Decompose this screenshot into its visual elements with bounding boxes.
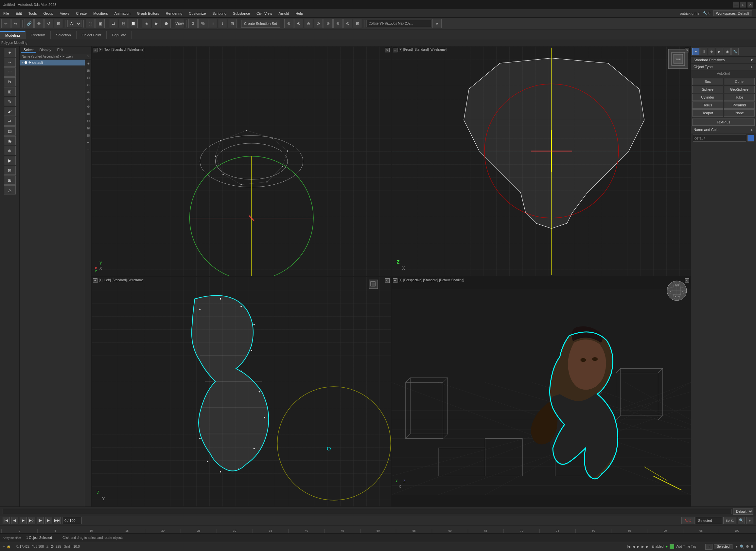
magnet-btn[interactable]: ⊕ [284,19,293,28]
minimize-btn[interactable]: — [733,2,739,8]
constraint-btn[interactable]: ⊗ [294,19,303,28]
left-mirror-btn[interactable]: ⇌ [4,116,16,126]
viewport-top[interactable]: + [+] [Top] [Standard] [Wireframe] ▽ [92,46,391,276]
play-selected-btn[interactable]: ▶▷ [28,517,35,524]
cone-btn[interactable]: Cone [724,78,755,85]
scene-tab-display[interactable]: Display [37,47,54,53]
settings-status-icon[interactable]: ⚙ [746,544,749,549]
scene-side-icon-10[interactable]: ⊠ [85,124,91,132]
cylinder-btn[interactable]: Cylinder [692,94,723,101]
object-type-section-header[interactable]: Object Type ▲ [691,63,756,70]
scene-tab-edit[interactable]: Edit [55,47,66,53]
menu-arnold[interactable]: Arnold [275,9,292,17]
scene-side-icon-7[interactable]: ⊝ [85,103,91,110]
rp-hierarchy-icon[interactable]: ⊕ [708,48,715,55]
expand-btn[interactable]: » [432,19,442,28]
maximize-btn[interactable]: □ [740,2,746,8]
selected-display[interactable]: Selected [696,517,722,524]
menu-edit[interactable]: Edit [12,9,25,17]
left-align-btn[interactable]: ▤ [4,126,16,135]
percent-btn[interactable]: % [198,19,207,28]
prev-key-btn[interactable]: ◀| [11,517,18,524]
align2-btn[interactable]: ⊟ [228,19,237,28]
search-icon-status[interactable]: 🔍 [740,544,745,549]
left-snap-btn[interactable]: ⊕ [4,146,16,155]
scene-side-icon-4[interactable]: ⊙ [85,81,91,88]
scene-item-visibility-icon[interactable]: ● [22,61,23,64]
vp-front-plus[interactable]: + [393,48,397,52]
name-input-field[interactable] [693,134,746,142]
left-scale-btn[interactable]: ⊞ [4,87,16,96]
next-key-btn[interactable]: |▶ [37,517,44,524]
left-paint-btn[interactable]: 🖌 [4,107,16,116]
mirror-btn[interactable]: ⇄ [109,19,118,28]
angle-snap[interactable]: ⊛ [324,19,333,28]
box-btn[interactable]: Box [692,78,723,85]
menu-rendering[interactable]: Rendering [163,9,186,17]
select-btn[interactable]: ⬚ [86,19,95,28]
scene-side-icon-12[interactable]: ⊢ [85,139,91,146]
view-cube-left[interactable] [369,280,378,289]
std-primitives-dropdown-icon[interactable]: ▼ [750,58,753,62]
last-frame-btn[interactable]: ▶▶| [54,517,61,524]
next-frame-btn[interactable]: ▶| [45,517,52,524]
play-btn[interactable]: ▶ [20,517,27,524]
tab-modeling[interactable]: Modeling [0,31,26,39]
pyramid-btn[interactable]: Pyramid [724,101,755,109]
plus-icon-btn[interactable]: + [746,517,753,524]
scene-side-icon-13[interactable]: ⊣ [85,146,91,153]
rp-create-icon[interactable]: ✦ [692,48,699,55]
curve-btn[interactable]: ⌇ [218,19,227,28]
scene-item-default[interactable]: ● ✥ default [20,60,85,65]
view-btn[interactable]: View [175,19,184,28]
left-render-btn[interactable]: ▶ [4,156,16,165]
green-indicator[interactable] [670,544,674,549]
menu-create[interactable]: Create [73,9,90,17]
enabled-transport-prev[interactable]: |◀ [627,545,630,548]
tab-populate[interactable]: Populate [107,31,132,39]
rotate-tool[interactable]: ↺ [44,19,53,28]
selected-dropdown-icon[interactable]: ▼ [735,545,738,548]
select-tool[interactable]: 🔗 [25,19,34,28]
scene-side-icon-1[interactable]: ◈ [85,60,91,67]
snap-3d[interactable]: 3 [188,19,198,28]
scene-side-icon-11[interactable]: ⊡ [85,132,91,139]
vp-left-plus[interactable]: + [93,278,97,283]
rp-motion-icon[interactable]: ▶ [716,48,723,55]
layer-select[interactable]: Default [733,508,753,515]
enabled-transport-next[interactable]: ▶ [642,545,644,548]
scene-side-icon-3[interactable]: ⊟ [85,74,91,81]
left-select-btn[interactable]: ⬚ [4,67,16,77]
menu-customize[interactable]: Customize [185,9,209,17]
name-color-section-header[interactable]: Name and Color ▲ [691,126,756,133]
left-create-btn[interactable]: + [4,48,16,57]
auto-key-btn[interactable]: Auto [681,517,694,524]
align-btn[interactable]: ⌸ [119,19,128,28]
percent-snap[interactable]: ⊜ [333,19,343,28]
plane-btn[interactable]: Plane [724,109,755,116]
vp-perspective-filter[interactable]: ▽ [685,278,689,283]
vp-left-filter[interactable]: ▽ [385,278,390,283]
graph-btn[interactable]: ⌗ [208,19,217,28]
menu-scripting[interactable]: Scripting [209,9,230,17]
grid-snap[interactable]: ⊙ [314,19,323,28]
left-edit-btn[interactable]: ✎ [4,97,16,106]
scene-side-icon-5[interactable]: ⊛ [85,88,91,96]
sphere-btn[interactable]: Sphere [692,86,723,93]
left-display-btn[interactable]: ◉ [4,136,16,145]
vp-top-filter[interactable]: ▽ [385,48,390,52]
geosphere-btn[interactable]: GeoSphere [724,86,755,93]
render-btn[interactable]: ▶ [152,19,161,28]
menu-modifiers[interactable]: Modifiers [90,9,111,17]
rp-utilities-icon[interactable]: 🔧 [731,48,739,55]
scene-side-icon-2[interactable]: ⊞ [85,67,91,74]
vp-perspective-plus[interactable]: + [393,278,397,283]
move-tool[interactable]: ✥ [34,19,44,28]
torus-btn[interactable]: Torus [692,101,723,109]
select-region[interactable]: ▣ [96,19,105,28]
more-status-icon[interactable]: ⊞ [750,544,753,549]
viewport-left[interactable]: + [+] [Left] [Standard] [Wireframe] ▽ [92,277,391,507]
scene-tab-select[interactable]: Select [21,47,36,53]
enabled-transport-play[interactable]: ▶ [637,545,640,548]
spinner-snap[interactable]: ⊝ [343,19,352,28]
